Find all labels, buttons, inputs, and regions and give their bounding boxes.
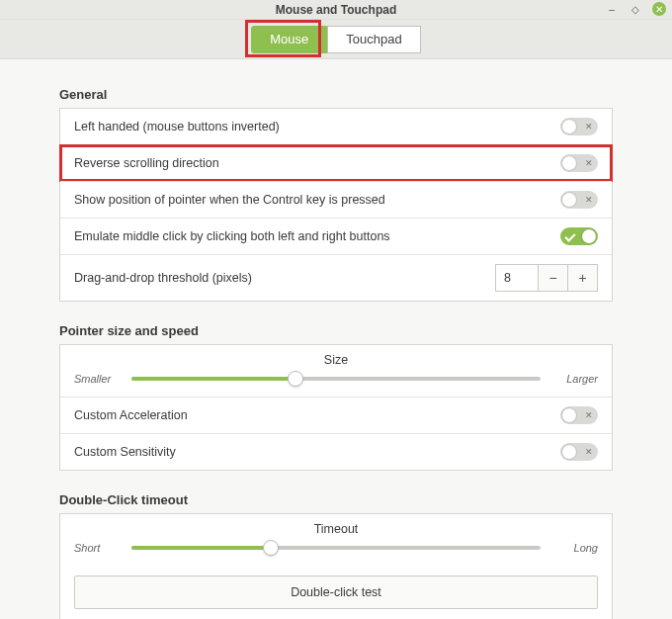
tab-bar: Mouse Touchpad [0,20,672,59]
toggle-off-icon: ✕ [585,447,593,457]
window-controls: – ◇ ✕ [605,2,666,16]
toggle-off-icon: ✕ [585,122,593,132]
row-size-slider: Size Smaller Larger [60,345,612,397]
section-title-doubleclick: Double-Click timeout [59,492,613,507]
label-show-pointer: Show position of pointer when the Contro… [74,193,560,207]
toggle-off-icon: ✕ [585,410,593,420]
minimize-icon[interactable]: – [605,2,619,16]
label-dnd-threshold: Drag-and-drop threshold (pixels) [74,271,495,285]
content-area: General Left handed (mouse buttons inver… [0,59,672,619]
toggle-off-icon: ✕ [585,158,593,168]
timeout-slider[interactable] [131,546,541,550]
row-custom-accel: Custom Acceleration ✕ [60,397,612,433]
doubleclick-group: Timeout Short Long Double-click test [59,513,613,619]
label-custom-sens: Custom Sensitivity [74,445,560,459]
timeout-min-label: Short [74,542,122,554]
dnd-threshold-increment[interactable]: + [568,264,598,292]
row-show-pointer: Show position of pointer when the Contro… [60,181,612,218]
label-reverse-scrolling: Reverse scrolling direction [74,156,560,170]
toggle-custom-sens[interactable]: ✕ [560,443,598,461]
maximize-icon[interactable]: ◇ [629,2,642,16]
pointer-group: Size Smaller Larger Custom Acceleration … [59,344,613,471]
section-title-pointer: Pointer size and speed [59,323,613,338]
close-icon[interactable]: ✕ [652,2,666,16]
label-custom-accel: Custom Acceleration [74,408,560,422]
size-slider[interactable] [131,377,541,381]
row-reverse-scrolling: Reverse scrolling direction ✕ [60,144,612,181]
toggle-left-handed[interactable]: ✕ [560,118,598,135]
toggle-custom-accel[interactable]: ✕ [560,406,598,424]
tab-touchpad[interactable]: Touchpad [327,26,420,53]
general-group: Left handed (mouse buttons inverted) ✕ R… [59,108,613,302]
label-emulate-middle: Emulate middle click by clicking both le… [74,229,560,243]
tab-mouse[interactable]: Mouse [251,26,327,53]
size-min-label: Smaller [74,373,122,385]
toggle-show-pointer[interactable]: ✕ [560,191,598,209]
timeout-slider-title: Timeout [74,522,598,536]
section-title-general: General [59,87,613,102]
row-left-handed: Left handed (mouse buttons inverted) ✕ [60,109,612,144]
dnd-threshold-value[interactable]: 8 [495,264,539,292]
toggle-emulate-middle[interactable] [560,227,598,245]
row-dnd-threshold: Drag-and-drop threshold (pixels) 8 − + [60,254,612,301]
size-max-label: Larger [550,373,598,385]
toggle-reverse-scrolling[interactable]: ✕ [560,154,598,172]
label-left-handed: Left handed (mouse buttons inverted) [74,120,560,133]
double-click-test-button[interactable]: Double-click test [74,575,598,609]
stepper-dnd-threshold: 8 − + [495,264,598,292]
row-timeout-slider: Timeout Short Long [74,514,598,566]
timeout-max-label: Long [550,542,598,554]
window-titlebar: Mouse and Touchpad – ◇ ✕ [0,0,672,20]
row-custom-sens: Custom Sensitivity ✕ [60,433,612,470]
tabs-wrap: Mouse Touchpad [251,26,420,53]
window-title: Mouse and Touchpad [0,0,672,20]
size-slider-title: Size [74,353,598,367]
dnd-threshold-decrement[interactable]: − [539,264,568,292]
row-emulate-middle: Emulate middle click by clicking both le… [60,218,612,254]
toggle-off-icon: ✕ [585,195,593,205]
